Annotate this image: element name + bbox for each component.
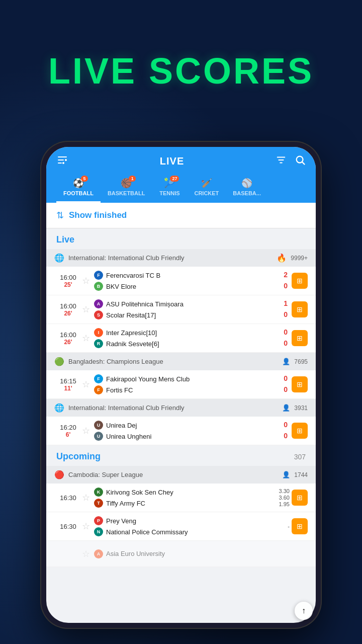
svg-point-5 xyxy=(297,156,303,163)
baseball-label: BASEBA... xyxy=(233,190,261,196)
svg-point-4 xyxy=(62,162,64,164)
header-title: LIVE xyxy=(160,155,184,167)
match-minute: 6' xyxy=(54,431,82,438)
upcoming-title: Upcoming xyxy=(56,451,101,462)
upcoming-count: 307 xyxy=(294,453,306,461)
team-logo: F xyxy=(94,271,103,280)
tab-tennis[interactable]: 🎾 27 TENNIS xyxy=(152,174,187,203)
league-viewers: 1744 xyxy=(294,471,308,478)
team-name: Asia Euro University xyxy=(106,550,165,557)
teams-col: U Unirea Dej U Unirea Ungheni xyxy=(94,417,280,445)
scores-col: 0 0 xyxy=(284,420,288,441)
team-name: Tiffy Army FC xyxy=(106,500,145,507)
match-minute: 11' xyxy=(54,385,82,392)
action-button[interactable]: ⊞ xyxy=(292,423,308,439)
score: 0 xyxy=(284,420,288,430)
football-badge: 5 xyxy=(81,176,88,182)
show-finished-bar[interactable]: ⇅ Show finished xyxy=(46,203,316,228)
tab-cricket[interactable]: 🏏 CRICKET xyxy=(187,174,226,203)
match-time-col: 16:20 6' xyxy=(54,424,82,438)
league-row: 🌐 International: International Club Frie… xyxy=(46,249,316,267)
favorite-button[interactable]: ☆ xyxy=(82,548,90,559)
match-time-col: 16:30 xyxy=(54,523,82,530)
action-button[interactable]: ⊞ xyxy=(292,376,308,392)
teams-col: K Kirivong Sok Sen Chey T Tiffy Army FC xyxy=(94,484,279,512)
content-area: ⇅ Show finished Live 🌐 International: In… xyxy=(46,203,316,567)
score: 1 xyxy=(284,299,288,309)
cambodia-icon: 🔴 xyxy=(54,470,64,479)
league-name: International: International Club Friend… xyxy=(68,254,273,262)
score: 2 xyxy=(284,270,288,280)
viewers-icon: 👤 xyxy=(282,358,290,365)
action-button[interactable]: ⊞ xyxy=(292,301,308,317)
phone-mockup: LIVE xyxy=(40,141,322,629)
tab-football[interactable]: ⚽ 5 FOOTBALL xyxy=(56,174,101,203)
scores-col: 0 0 xyxy=(284,328,288,348)
favorite-button[interactable]: ☆ xyxy=(82,304,90,315)
match-time: 16:30 xyxy=(54,523,82,530)
team-name: Radnik Sesvete[6] xyxy=(106,340,159,348)
odds-1: 3.30 xyxy=(279,488,290,494)
match-time-col: 16:30 xyxy=(54,494,82,502)
match-row: 16:00 26' ☆ A ASU Politehnica Timișoara … xyxy=(46,295,316,324)
match-time-col: 16:15 11' xyxy=(54,377,82,392)
league-row: 🟢 Bangladesh: Champions League 👤 7695 xyxy=(46,353,316,370)
match-row: 16:15 11' ☆ F Fakirapool Young Mens Club… xyxy=(46,370,316,399)
team-logo: U xyxy=(94,421,103,430)
league-name: Cambodia: Super League xyxy=(68,471,278,478)
score: 0 xyxy=(284,328,288,338)
odds-col: 3.30 3.60 1.95 xyxy=(279,488,290,507)
viewers-icon: 👤 xyxy=(282,471,290,478)
team-logo: T xyxy=(94,499,103,508)
match-time: 16:00 xyxy=(54,331,82,339)
action-button[interactable]: ⊞ xyxy=(292,490,308,506)
match-time-col: 16:00 25' xyxy=(54,274,82,288)
favorite-button[interactable]: ☆ xyxy=(82,521,90,532)
team-name: Kirivong Sok Sen Chey xyxy=(106,489,173,496)
scroll-to-top-button[interactable]: ↑ xyxy=(295,602,313,620)
favorite-button[interactable]: ☆ xyxy=(82,492,90,503)
upcoming-section-header: Upcoming 307 xyxy=(46,445,316,466)
globe-icon: 🌐 xyxy=(54,403,64,413)
filter-button[interactable] xyxy=(276,154,287,168)
match-row: 16:20 6' ☆ U Unirea Dej U Unirea Ungheni xyxy=(46,417,316,445)
action-button[interactable]: ⊞ xyxy=(292,518,308,534)
match-time: 16:00 xyxy=(54,302,82,310)
match-time-col: 16:00 26' xyxy=(54,331,82,346)
team-name: Fakirapool Young Mens Club xyxy=(106,375,190,383)
globe-icon: 🌐 xyxy=(54,253,64,263)
score: 0 xyxy=(284,374,288,384)
app-title: LIVE SCORES xyxy=(0,50,362,92)
search-button[interactable] xyxy=(295,154,306,168)
league-row: 🔴 Cambodia: Super League 👤 1744 xyxy=(46,466,316,484)
tab-basketball[interactable]: 🏀 1 BASKETBALL xyxy=(101,174,152,203)
league-viewers: 9999+ xyxy=(291,255,308,262)
filter-icon[interactable] xyxy=(56,154,68,169)
favorite-button[interactable]: ☆ xyxy=(82,379,90,390)
team-row: F Ferencvarosi TC B xyxy=(94,270,280,281)
team-name: National Police Commissary xyxy=(106,528,188,536)
team-row: N National Police Commissary xyxy=(94,526,288,537)
teams-col: P Prey Veng N National Police Commissary xyxy=(94,512,288,540)
basketball-icon: 🏀 1 xyxy=(121,178,132,189)
header-top: LIVE xyxy=(56,154,306,169)
favorite-button[interactable]: ☆ xyxy=(82,275,90,286)
league-name: International: International Club Friend… xyxy=(68,404,278,412)
teams-col: F Fakirapool Young Mens Club F Fortis FC xyxy=(94,370,280,398)
team-logo: P xyxy=(94,516,103,525)
baseball-icon: ⚾ xyxy=(241,178,252,189)
team-row: T Tiffy Army FC xyxy=(94,498,279,509)
odds-x: 3.60 xyxy=(279,495,290,501)
tennis-icon: 🎾 27 xyxy=(164,178,175,189)
live-section-title: Live xyxy=(56,234,74,245)
favorite-button[interactable]: ☆ xyxy=(82,425,90,436)
svg-rect-0 xyxy=(58,156,67,157)
team-logo: I xyxy=(94,328,103,337)
action-button[interactable]: ⊞ xyxy=(292,330,308,346)
team-name: ASU Politehnica Timișoara xyxy=(106,300,184,308)
league-name: Bangladesh: Champions League xyxy=(68,358,278,365)
favorite-button[interactable]: ☆ xyxy=(82,333,90,344)
team-name: Fortis FC xyxy=(106,386,133,394)
action-button[interactable]: ⊞ xyxy=(292,273,308,289)
tab-baseball[interactable]: ⚾ BASEBA... xyxy=(226,174,268,203)
